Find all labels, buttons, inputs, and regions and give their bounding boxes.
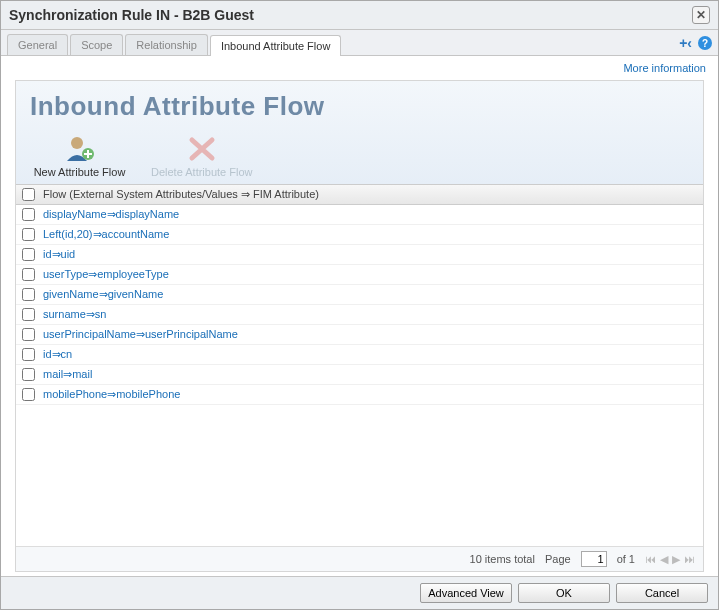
table-row[interactable]: surname⇒sn	[16, 305, 703, 325]
panel-actions: New Attribute Flow Delete Attribute Flow	[30, 128, 689, 184]
user-add-icon	[63, 134, 97, 164]
grid-footer: 10 items total Page of 1 ⏮ ◀ ▶ ⏭	[16, 546, 703, 571]
row-checkbox[interactable]	[22, 348, 35, 361]
prev-page-icon[interactable]: ◀	[660, 553, 668, 566]
tab-bar: General Scope Relationship Inbound Attri…	[1, 30, 718, 56]
table-row[interactable]: id⇒cn	[16, 345, 703, 365]
delete-x-icon	[185, 134, 219, 164]
row-checkbox[interactable]	[22, 328, 35, 341]
last-page-icon[interactable]: ⏭	[684, 553, 695, 566]
content-area: Inbound Attribute Flow New Attribute Flo…	[1, 76, 718, 576]
page-input[interactable]	[581, 551, 607, 567]
flow-link[interactable]: userPrincipalName⇒userPrincipalName	[43, 328, 238, 341]
table-row[interactable]: id⇒uid	[16, 245, 703, 265]
svg-point-0	[71, 137, 83, 149]
more-info-bar: More information	[1, 56, 718, 76]
flow-link[interactable]: mail⇒mail	[43, 368, 92, 381]
tab-inbound-attribute-flow[interactable]: Inbound Attribute Flow	[210, 35, 341, 56]
table-row[interactable]: userPrincipalName⇒userPrincipalName	[16, 325, 703, 345]
row-checkbox[interactable]	[22, 388, 35, 401]
flow-link[interactable]: Left(id,20)⇒accountName	[43, 228, 169, 241]
titlebar: Synchronization Rule IN - B2B Guest ✕	[1, 1, 718, 30]
tabbar-icons: +‹ ?	[679, 35, 712, 55]
dialog-window: Synchronization Rule IN - B2B Guest ✕ Ge…	[0, 0, 719, 610]
row-checkbox[interactable]	[22, 208, 35, 221]
more-information-link[interactable]: More information	[623, 62, 706, 74]
table-row[interactable]: mail⇒mail	[16, 365, 703, 385]
panel-title: Inbound Attribute Flow	[30, 91, 689, 128]
new-attribute-flow-button[interactable]: New Attribute Flow	[32, 134, 127, 178]
table-row[interactable]: mobilePhone⇒mobilePhone	[16, 385, 703, 405]
cancel-button[interactable]: Cancel	[616, 583, 708, 603]
row-checkbox[interactable]	[22, 268, 35, 281]
first-page-icon[interactable]: ⏮	[645, 553, 656, 566]
flow-link[interactable]: mobilePhone⇒mobilePhone	[43, 388, 180, 401]
new-attribute-flow-label: New Attribute Flow	[34, 166, 126, 178]
flow-link[interactable]: givenName⇒givenName	[43, 288, 163, 301]
row-checkbox[interactable]	[22, 368, 35, 381]
page-of-label: of 1	[617, 553, 635, 565]
flow-link[interactable]: id⇒cn	[43, 348, 72, 361]
table-row[interactable]: userType⇒employeeType	[16, 265, 703, 285]
delete-attribute-flow-label: Delete Attribute Flow	[151, 166, 253, 178]
table-row[interactable]: displayName⇒displayName	[16, 205, 703, 225]
row-checkbox[interactable]	[22, 248, 35, 261]
add-icon[interactable]: +‹	[679, 35, 692, 51]
column-flow-header: Flow (External System Attributes/Values …	[43, 188, 319, 201]
main-panel: Inbound Attribute Flow New Attribute Flo…	[15, 80, 704, 572]
flow-grid: Flow (External System Attributes/Values …	[16, 184, 703, 571]
row-checkbox[interactable]	[22, 308, 35, 321]
pagination-nav: ⏮ ◀ ▶ ⏭	[645, 553, 695, 566]
flow-link[interactable]: surname⇒sn	[43, 308, 106, 321]
close-icon: ✕	[696, 8, 706, 22]
select-all-checkbox[interactable]	[22, 188, 35, 201]
tab-relationship[interactable]: Relationship	[125, 34, 208, 55]
grid-body: displayName⇒displayNameLeft(id,20)⇒accou…	[16, 205, 703, 546]
tab-scope[interactable]: Scope	[70, 34, 123, 55]
flow-link[interactable]: userType⇒employeeType	[43, 268, 169, 281]
ok-button[interactable]: OK	[518, 583, 610, 603]
table-row[interactable]: givenName⇒givenName	[16, 285, 703, 305]
help-icon[interactable]: ?	[698, 36, 712, 50]
flow-link[interactable]: displayName⇒displayName	[43, 208, 179, 221]
tab-general[interactable]: General	[7, 34, 68, 55]
flow-link[interactable]: id⇒uid	[43, 248, 75, 261]
grid-header: Flow (External System Attributes/Values …	[16, 184, 703, 205]
dialog-footer: Advanced View OK Cancel	[1, 576, 718, 609]
close-button[interactable]: ✕	[692, 6, 710, 24]
row-checkbox[interactable]	[22, 228, 35, 241]
next-page-icon[interactable]: ▶	[672, 553, 680, 566]
table-row[interactable]: Left(id,20)⇒accountName	[16, 225, 703, 245]
items-total-label: 10 items total	[470, 553, 535, 565]
panel-header: Inbound Attribute Flow New Attribute Flo…	[16, 81, 703, 184]
advanced-view-button[interactable]: Advanced View	[420, 583, 512, 603]
row-checkbox[interactable]	[22, 288, 35, 301]
window-title: Synchronization Rule IN - B2B Guest	[9, 7, 254, 23]
delete-attribute-flow-button: Delete Attribute Flow	[151, 134, 253, 178]
page-label: Page	[545, 553, 571, 565]
